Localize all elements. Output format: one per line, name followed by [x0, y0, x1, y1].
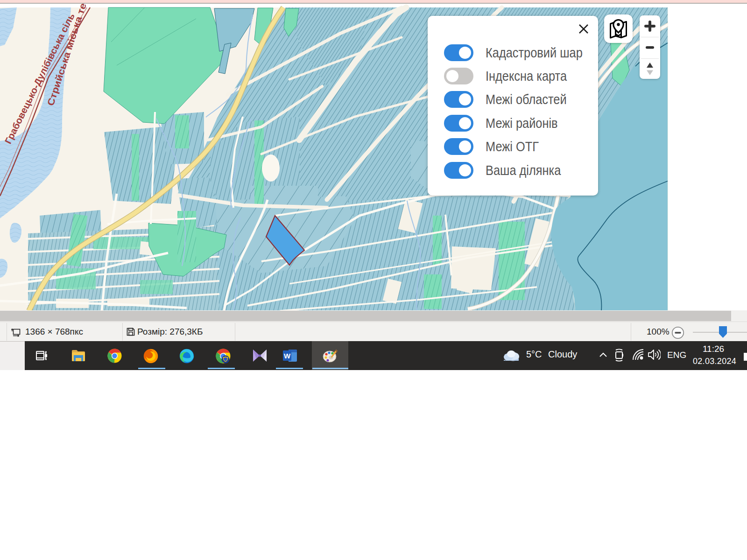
svg-text:W: W — [284, 352, 291, 360]
